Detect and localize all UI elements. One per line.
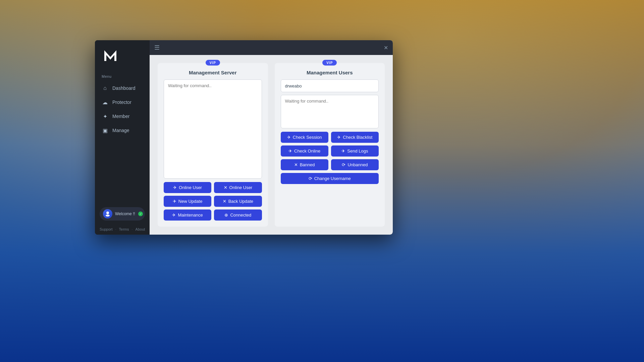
terms-link[interactable]: Terms <box>119 227 129 231</box>
avatar-icon <box>105 211 111 217</box>
server-back-update-button[interactable]: ✕ Back Update <box>214 196 262 207</box>
users-vip-badge: VIP <box>322 60 337 66</box>
footer-links: Support · Terms · About <box>95 225 150 235</box>
username-input[interactable] <box>281 79 379 92</box>
sidebar-item-manage[interactable]: ▣ Manage <box>95 123 150 137</box>
user-status-icon: ✓ <box>138 212 143 216</box>
server-connected-button[interactable]: ⊕ Connected <box>214 209 262 221</box>
banned-icon: ✕ <box>294 162 298 167</box>
user-name: Welcome !! <box>115 212 135 216</box>
send-logs-icon: ✈ <box>341 148 345 154</box>
sidebar-item-member-label: Member <box>112 114 129 119</box>
banned-button[interactable]: ✕ Banned <box>281 159 328 170</box>
user-badge: Welcome !! ✓ <box>100 207 145 221</box>
sidebar-item-member[interactable]: ✦ Member <box>95 109 150 123</box>
topbar: ☰ ✕ <box>150 40 393 55</box>
users-button-grid: ✈ Check Session ✈ Check Blacklist ✈ Chec… <box>281 132 379 184</box>
server-online-user-x-button[interactable]: ✕ Online User <box>214 182 262 193</box>
check-session-button[interactable]: ✈ Check Session <box>281 132 328 143</box>
check-blacklist-icon: ✈ <box>337 135 341 140</box>
unbanned-icon: ⟳ <box>342 162 345 167</box>
support-link[interactable]: Support <box>100 227 113 231</box>
about-link[interactable]: About <box>136 227 145 231</box>
content-area: VIP Management Server ✈ Online User ✕ On… <box>150 55 393 235</box>
send-icon-3: ✈ <box>172 213 176 218</box>
sidebar-item-protector[interactable]: ☁ Protector <box>95 95 150 109</box>
protector-icon: ☁ <box>102 99 108 106</box>
send-icon-2: ✈ <box>173 199 176 204</box>
main-area: ☰ ✕ VIP Management Server ✈ Online User <box>150 40 393 235</box>
member-icon: ✦ <box>102 113 108 120</box>
manage-icon: ▣ <box>102 127 108 134</box>
change-username-button[interactable]: ⟳ Change Username <box>281 173 379 184</box>
change-username-icon: ⟳ <box>309 176 312 181</box>
unbanned-button[interactable]: ⟳ Unbanned <box>331 159 379 170</box>
users-command-textarea[interactable] <box>281 95 379 128</box>
x-icon-2: ✕ <box>223 199 226 204</box>
close-button[interactable]: ✕ <box>384 45 388 51</box>
svg-point-1 <box>106 212 109 214</box>
check-session-icon: ✈ <box>287 135 291 140</box>
sidebar-item-dashboard-label: Dashboard <box>112 85 136 91</box>
send-logs-button[interactable]: ✈ Send Logs <box>331 145 379 157</box>
sidebar-item-protector-label: Protector <box>112 100 131 105</box>
avatar <box>103 209 112 219</box>
users-panel-title: Management Users <box>307 70 353 75</box>
app-logo <box>102 47 119 64</box>
server-command-textarea[interactable] <box>164 79 262 179</box>
server-vip-badge: VIP <box>206 60 220 66</box>
check-online-button[interactable]: ✈ Check Online <box>281 145 328 157</box>
x-icon: ✕ <box>224 185 227 190</box>
send-icon: ✈ <box>173 185 177 190</box>
server-panel-title: Management Server <box>189 70 237 75</box>
management-users-panel: VIP Management Users ✈ Check Session ✈ C… <box>275 63 385 227</box>
hamburger-icon[interactable]: ☰ <box>154 44 160 51</box>
svg-marker-0 <box>104 50 116 61</box>
server-button-grid: ✈ Online User ✕ Online User ✈ New Update <box>164 182 262 221</box>
sidebar: Menu ⌂ Dashboard ☁ Protector ✦ Member ▣ … <box>95 40 150 235</box>
dashboard-icon: ⌂ <box>102 85 108 92</box>
server-panel-content: ✈ Online User ✕ Online User ✈ New Update <box>164 79 262 221</box>
sidebar-item-manage-label: Manage <box>112 128 129 133</box>
server-new-update-button[interactable]: ✈ New Update <box>164 196 211 207</box>
sidebar-item-dashboard[interactable]: ⌂ Dashboard <box>95 81 150 95</box>
connected-icon: ⊕ <box>224 213 228 218</box>
menu-label: Menu <box>95 71 150 81</box>
management-server-panel: VIP Management Server ✈ Online User ✕ On… <box>158 63 268 227</box>
svg-point-2 <box>106 215 110 217</box>
sidebar-footer: Welcome !! ✓ <box>95 203 150 225</box>
check-blacklist-button[interactable]: ✈ Check Blacklist <box>331 132 379 143</box>
main-window: Menu ⌂ Dashboard ☁ Protector ✦ Member ▣ … <box>95 40 393 235</box>
server-online-user-send-button[interactable]: ✈ Online User <box>164 182 211 193</box>
check-online-icon: ✈ <box>288 148 292 154</box>
server-maintenance-button[interactable]: ✈ Maintenance <box>164 209 211 221</box>
logo-area <box>95 40 150 71</box>
